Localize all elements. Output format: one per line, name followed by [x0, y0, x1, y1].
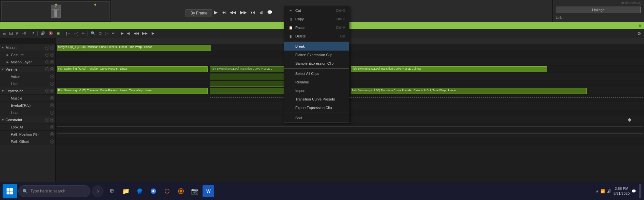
timeline-close-button[interactable]: ✕ — [638, 23, 642, 28]
clip-expr1[interactable]: Fish Swimming (x1.00) Transition Curve P… — [57, 88, 208, 94]
toolbar-zoom-btn[interactable]: 🔍 — [89, 31, 97, 36]
ctx-paste[interactable]: 📋 Paste Ctrl+V — [284, 23, 349, 32]
track-constraint — [56, 116, 644, 123]
prev-frame-button[interactable]: ◀◀ — [228, 9, 238, 15]
motion-layer-expand[interactable]: ▶ — [7, 60, 10, 64]
viseme-vis-icon[interactable]: ○ — [45, 67, 49, 71]
constraint-expand[interactable]: ▼ — [1, 118, 5, 122]
constraint-label: Constraint — [6, 118, 44, 122]
clip-merged[interactable]: Merged Clip_1 (x1.00) Transition Curve P… — [57, 45, 211, 51]
toolbar-green-btn[interactable]: ▣ — [55, 31, 61, 36]
head-label: Head — [11, 111, 49, 115]
toolbar-vol-btn[interactable]: 🔊 — [39, 31, 47, 36]
constraint-lock-icon[interactable]: ✕ — [50, 118, 54, 122]
pathpos-lock-icon[interactable]: ✕ — [50, 132, 54, 136]
show-desktop-button[interactable] — [639, 184, 641, 198]
constraint-vis-icon[interactable]: ○ — [45, 118, 49, 122]
toolbar-copy-btn[interactable]: ⎘ — [15, 31, 20, 36]
track-viseme: Fish Swimming (x1.00) Transition Curve P… — [56, 66, 644, 73]
gesture-lock-icon[interactable]: ✕ — [50, 53, 54, 57]
toolbar-list-btn[interactable]: ☰ — [1, 31, 7, 36]
expression-expand[interactable]: ▼ — [1, 89, 5, 93]
toolbar-loop-btn[interactable]: ↩ — [110, 31, 116, 36]
ctx-cut[interactable]: ✂ Cut Ctrl+X — [284, 6, 349, 15]
ctx-break[interactable]: Break — [284, 42, 349, 51]
clip-expr3[interactable]: Fish Swimming (x1.00) Transition Curve P… — [351, 88, 587, 94]
start-button[interactable] — [3, 184, 17, 198]
track-label-lips: ▶ Lips ✕ — [0, 80, 55, 87]
toolbar-fwd-btn[interactable]: ▶▶ — [141, 31, 149, 36]
svg-point-7 — [180, 190, 182, 192]
motion-lock-icon[interactable]: ✕ — [50, 46, 54, 50]
edge-button[interactable] — [134, 185, 146, 197]
voice-lock-icon[interactable]: ✕ — [50, 75, 54, 78]
motion-label: Motion — [6, 46, 44, 50]
skip-start-button[interactable]: ⏮ — [220, 9, 227, 15]
gesture-vis-icon[interactable]: ○ — [45, 53, 49, 57]
clip-fish1[interactable]: Fish Swimming (x1.00) Transition Curve P… — [57, 66, 208, 72]
toolbar-fit-btn[interactable]: ⊡ — [97, 31, 103, 36]
notification-icon[interactable]: 💬 — [632, 189, 636, 193]
toolbar-out-btn[interactable]: ←] — [72, 31, 80, 36]
selectall-icon — [288, 71, 293, 76]
lookat-lock-icon[interactable]: ✕ — [50, 125, 54, 129]
toolbar-split-btn[interactable]: ⊣⊢ — [20, 31, 29, 36]
clock[interactable]: 2:58 PM 8/21/2020 — [614, 186, 630, 196]
toolbar-mute-btn[interactable]: 🔇 — [47, 31, 54, 36]
expression-vis-icon[interactable]: ○ — [45, 89, 49, 93]
eyeball-lock-icon[interactable]: ✕ — [50, 103, 54, 107]
clip-fish3[interactable]: Fish Swimming (x1.00) Transition Curve P… — [351, 66, 547, 72]
toolbar-settings-btn[interactable]: ⚙ — [636, 30, 643, 37]
blender-button[interactable] — [175, 185, 187, 197]
ctx-delete[interactable]: 🗑 Delete Del — [284, 32, 349, 40]
toolbar-prev-btn[interactable]: ◀| — [126, 31, 132, 36]
ctx-split[interactable]: Split — [284, 114, 349, 122]
app7-button[interactable]: 📷 — [189, 185, 201, 197]
cortana-button[interactable]: ○ — [92, 185, 104, 197]
taskview-button[interactable]: ⧉ — [106, 185, 118, 197]
toolbar-in-btn[interactable]: [→ — [65, 31, 72, 36]
toolbar-film-btn[interactable]: 🎞 — [8, 31, 14, 36]
tray-arrow[interactable]: ∧ — [596, 189, 598, 193]
gesture-expand[interactable]: ▶ — [7, 53, 10, 56]
ctx-transition[interactable]: Transition Curve Presets — [284, 95, 349, 103]
toolbar-play2-btn[interactable]: ▶ — [120, 31, 125, 36]
motion-vis-icon[interactable]: ○ — [45, 46, 49, 50]
next-frame-button[interactable]: ▶▶ — [239, 9, 248, 15]
lips-lock-icon[interactable]: ✕ — [50, 82, 54, 86]
pathoffset-lock-icon[interactable]: ✕ — [50, 140, 54, 144]
toolbar-expand-btn[interactable]: ⇔ — [80, 31, 86, 36]
ctx-import[interactable]: Import — [284, 86, 349, 95]
search-bar[interactable]: 🔍 Type here to search — [18, 185, 90, 197]
linkage-button[interactable]: Linkage — [556, 7, 641, 13]
toolbar-back-btn[interactable]: ◀◀ — [132, 31, 140, 36]
track-label-eyeball: ▶ Eyeball(R/L) ✕ — [0, 102, 55, 109]
toolbar-refresh-btn[interactable]: ↺ — [30, 31, 36, 36]
muscle-lock-icon[interactable]: ✕ — [50, 96, 54, 100]
toolbar-next-btn[interactable]: |▶ — [149, 31, 156, 36]
chat-button[interactable]: 💬 — [266, 9, 274, 15]
play-button[interactable]: ▶ — [213, 9, 219, 15]
expression-lock-icon[interactable]: ✕ — [50, 89, 54, 93]
by-frame-button[interactable]: By Frame — [185, 9, 212, 17]
viseme-expand[interactable]: ▼ — [1, 68, 5, 71]
skip-end-button[interactable]: ⏭ — [249, 9, 256, 15]
ctx-copy[interactable]: ⎘ Copy Ctrl+C — [284, 15, 349, 23]
explorer-button[interactable]: 📁 — [120, 185, 132, 197]
ctx-flatten[interactable]: Flatten Expression Clip — [284, 51, 349, 59]
volume-icon[interactable]: 🔊 — [607, 189, 612, 193]
head-lock-icon[interactable]: ✕ — [50, 111, 54, 115]
motion-expand[interactable]: ▼ — [1, 46, 5, 49]
ctx-export[interactable]: Export Expression Clip — [284, 103, 349, 112]
ctx-sample[interactable]: Sample Expression Clip — [284, 59, 349, 68]
viseme-lock-icon[interactable]: ✕ — [50, 67, 54, 71]
motion-layer-lock-icon[interactable]: ✕ — [50, 60, 54, 64]
monitor-button[interactable]: 🖥 — [258, 9, 264, 15]
ctx-rename[interactable]: Rename — [284, 78, 349, 86]
chrome-button[interactable] — [147, 185, 159, 197]
app5-button[interactable]: ⬡ — [161, 185, 173, 197]
motion-layer-vis-icon[interactable]: ○ — [45, 60, 49, 64]
toolbar-mark-btn[interactable]: ▷| — [104, 31, 110, 36]
word-button[interactable]: W — [203, 185, 214, 197]
ctx-selectall[interactable]: Select All Clips — [284, 69, 349, 78]
